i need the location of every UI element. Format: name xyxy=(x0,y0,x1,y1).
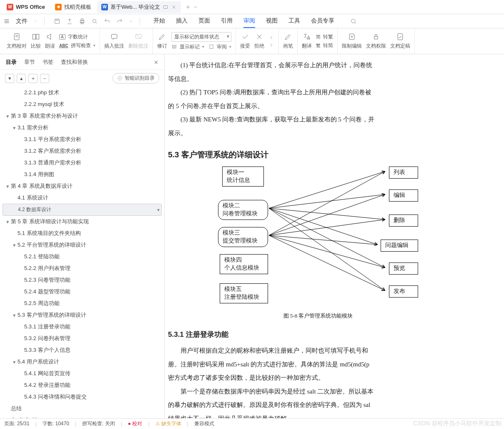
smart-toc-button[interactable]: 智能识别目录 xyxy=(113,73,159,83)
toc-twisty-icon[interactable]: ▾ xyxy=(5,113,10,119)
tab-close-icon[interactable] xyxy=(171,4,177,10)
toc-add-button[interactable]: ＋ xyxy=(28,74,38,83)
toc-item[interactable]: ▾第 5 章 系统详细设计与功能实现 xyxy=(3,216,162,227)
toc-expand-button[interactable]: ▴ xyxy=(17,74,26,83)
toc-item[interactable]: ▾3.1 需求分析 xyxy=(3,122,162,134)
toc-item[interactable]: 5.1 系统项目的文件夹结构 xyxy=(3,227,162,239)
status-words[interactable]: 字数: 10470 xyxy=(43,420,69,427)
tab-view[interactable]: 视图 xyxy=(266,15,278,28)
toc-twisty-icon[interactable]: ▾ xyxy=(5,183,10,189)
toc-item[interactable]: 5.3.1 注册登录功能 xyxy=(3,321,162,333)
export-icon[interactable] xyxy=(66,18,73,25)
toc-item[interactable]: ▾5.3 客户管理系统的详细设计 xyxy=(3,309,162,321)
toc-item[interactable]: 4.1 系统设计 xyxy=(3,192,162,204)
print-icon[interactable] xyxy=(79,18,85,25)
toc-twisty-icon[interactable]: ▾ xyxy=(12,242,17,248)
doc-final-button[interactable]: 文档定稿 xyxy=(390,33,410,50)
insert-comment-button[interactable]: 插入批注 xyxy=(104,33,124,50)
reject-button[interactable]: 拒绝 xyxy=(254,33,264,50)
toc-twisty-icon[interactable]: ▾ xyxy=(12,312,17,318)
toc-tree[interactable]: 2.2.1 php 技术2.2.2 mysql 技术▾第 3 章 系统需求分析与… xyxy=(0,87,164,418)
wordcount-button[interactable]: A字数统计 xyxy=(59,33,95,40)
tab-wps-office[interactable]: W WPS Office xyxy=(3,1,49,13)
tab-menu-icon[interactable] xyxy=(163,4,168,10)
search-icon[interactable] xyxy=(350,18,357,25)
status-page[interactable]: 页面: 25/31 xyxy=(4,420,30,427)
toc-item[interactable]: 5.4.1 网站首页宣传 xyxy=(3,368,162,379)
tab-tools[interactable]: 工具 xyxy=(288,15,300,28)
tab-reference[interactable]: 引用 xyxy=(221,15,233,28)
document-area[interactable]: (1) 平台统计信息:在平台管理首页，会展示平台上的用户统计，问卷统 等信息。 … xyxy=(165,54,504,418)
translate-button[interactable]: 翻译 xyxy=(302,33,312,50)
read-aloud-button[interactable]: 朗读 xyxy=(45,33,55,50)
tab-document[interactable]: W 基于Web... 毕业论文 xyxy=(97,1,181,13)
toc-item[interactable]: 3.1.2 客户系统需求分析 xyxy=(3,145,162,157)
status-compat[interactable]: 兼容模式 xyxy=(194,420,214,427)
toc-item[interactable]: 5.2.4 题型管理功能 xyxy=(3,286,162,298)
toc-item[interactable]: 5.2.3 问卷管理功能 xyxy=(3,274,162,286)
toc-item[interactable]: ▾第 4 章 系统及数据库设计 xyxy=(3,180,162,192)
tab-member[interactable]: 会员专享 xyxy=(311,15,334,28)
status-proof[interactable]: ● 校对 xyxy=(128,420,143,427)
compare-button[interactable]: 比较 xyxy=(31,33,41,50)
tab-page[interactable]: 页面 xyxy=(198,15,210,28)
toc-remove-button[interactable]: － xyxy=(40,74,49,83)
next-change-button[interactable] xyxy=(268,42,274,48)
display-mode-select[interactable]: 显示标记的最终状态 xyxy=(171,32,231,42)
chevron-down-icon[interactable] xyxy=(129,18,133,25)
toc-item[interactable]: ▾5.4 用户系统设计 xyxy=(3,356,162,368)
toc-item[interactable]: 5.3.2 问卷列表管理 xyxy=(3,333,162,344)
toc-item[interactable]: 3.1.1 平台系统需求分析 xyxy=(3,134,162,145)
toc-item[interactable]: 5.2.2 用户列表管理 xyxy=(3,262,162,274)
file-menu[interactable]: 文件 xyxy=(16,18,28,25)
toc-twisty-icon[interactable]: ▾ xyxy=(5,219,10,225)
close-icon[interactable]: ✕ xyxy=(154,59,158,66)
toc-item[interactable]: 5.2.1 登陆功能 xyxy=(3,251,162,262)
toc-collapse-button[interactable]: ▾ xyxy=(5,74,14,83)
spellcheck-button[interactable]: ABC拼写检查▾ xyxy=(59,42,95,49)
sidebar-tab-find[interactable]: 查找和替换 xyxy=(61,58,88,66)
toc-twisty-icon[interactable]: ▾ xyxy=(12,359,17,365)
status-spell[interactable]: 拼写检查: 关闭 xyxy=(82,420,115,427)
doc-check-button[interactable]: 文档校对 xyxy=(7,33,27,50)
toc-item[interactable]: ▾5.2 平台管理系统的详细设计 xyxy=(3,239,162,251)
sidebar-tab-bookmark[interactable]: 书签 xyxy=(43,58,53,66)
status-missing-font[interactable]: ⚠ 缺失字体 xyxy=(155,420,181,427)
toc-item[interactable]: 总结 xyxy=(3,403,162,414)
delete-comment-button[interactable]: 删除批注 xyxy=(128,33,148,50)
toc-item[interactable]: 2.2.1 php 技术 xyxy=(3,87,162,98)
toc-item[interactable]: ▾第 3 章 系统需求分析与设计 xyxy=(3,110,162,122)
toc-item[interactable]: 参 考 文 献 xyxy=(3,414,162,418)
doc-permission-button[interactable]: 文档权限 xyxy=(366,33,386,50)
toc-twisty-icon[interactable]: ▾ xyxy=(12,125,17,131)
hamburger-icon[interactable] xyxy=(3,18,10,24)
toc-item[interactable]: 5.3.3 客户个人信息 xyxy=(3,344,162,356)
new-tab-icon[interactable] xyxy=(185,4,191,10)
save-icon[interactable] xyxy=(54,18,60,25)
show-marks-button[interactable]: 显示标记▾ xyxy=(171,43,204,50)
to-traditional-button[interactable]: 简转繁 xyxy=(316,33,333,40)
sidebar-tab-chapter[interactable]: 章节 xyxy=(24,58,35,66)
toc-item[interactable]: 5.4.2 登录注册功能 xyxy=(3,379,162,391)
tab-review[interactable]: 审阅 xyxy=(243,15,255,28)
prev-change-button[interactable] xyxy=(268,35,274,40)
sidebar-tab-toc[interactable]: 目录 xyxy=(6,58,17,66)
undo-icon[interactable] xyxy=(104,18,110,25)
toc-item[interactable]: 3.1.3 普通用户需求分析 xyxy=(3,157,162,169)
toc-item[interactable]: 3.1.4 用例图 xyxy=(3,169,162,180)
tab-insert[interactable]: 插入 xyxy=(176,15,188,28)
to-simplified-button[interactable]: 繁转简 xyxy=(316,42,333,49)
toc-item[interactable]: 5.4.3 问卷详情和问卷提交 xyxy=(3,391,162,403)
toc-item[interactable]: 4.2 数据库设计 xyxy=(3,204,162,216)
chevron-down-icon[interactable] xyxy=(193,4,198,10)
restrict-edit-button[interactable]: 限制编辑 xyxy=(342,33,362,50)
redo-icon[interactable] xyxy=(116,18,123,25)
toc-item[interactable]: 5.2.5 周边功能 xyxy=(3,298,162,309)
accept-button[interactable]: 接受 xyxy=(240,33,250,50)
preview-icon[interactable] xyxy=(91,18,98,25)
tab-start[interactable]: 开始 xyxy=(153,15,165,28)
review-pane-button[interactable]: 审阅▾ xyxy=(208,43,231,50)
pen-button[interactable]: 画笔 xyxy=(283,33,293,50)
toc-item[interactable]: 2.2.2 mysql 技术 xyxy=(3,98,162,110)
revise-button[interactable]: 修订 xyxy=(157,33,167,50)
